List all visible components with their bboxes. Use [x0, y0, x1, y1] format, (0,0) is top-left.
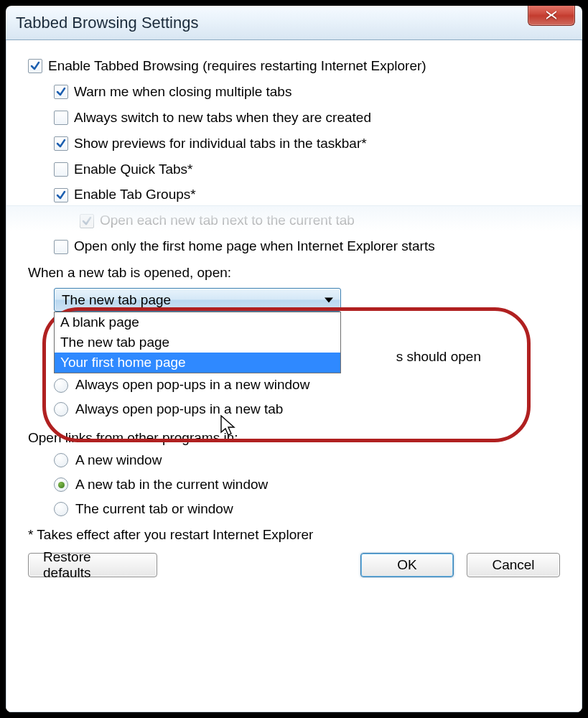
links-current-tab-radio[interactable]: [54, 502, 68, 516]
dropdown-option-homepage[interactable]: Your first home page: [55, 353, 340, 373]
restore-defaults-button[interactable]: Restore defaults: [28, 553, 157, 577]
show-previews-checkbox[interactable]: [54, 136, 68, 151]
warn-closing-label: Warn me when closing multiple tabs: [74, 85, 291, 100]
popup-new-window-row[interactable]: Always open pop-ups in a new window: [54, 378, 560, 393]
cancel-label: Cancel: [492, 557, 534, 573]
links-new-tab-row[interactable]: A new tab in the current window: [54, 477, 560, 493]
chevron-down-icon: [325, 297, 333, 302]
new-tab-dropdown-button[interactable]: The new tab page: [54, 288, 341, 312]
new-tab-section-label: When a new tab is opened, open:: [28, 265, 560, 281]
popup-section-label-partial: s should open: [396, 349, 481, 365]
links-current-tab-label: The current tab or window: [75, 502, 233, 517]
quick-tabs-checkbox[interactable]: [54, 162, 68, 177]
links-new-tab-label: A new tab in the current window: [75, 477, 268, 493]
title-bar: Tabbed Browsing Settings: [6, 6, 582, 40]
enable-tabbed-browsing-row[interactable]: Enable Tabbed Browsing (requires restart…: [28, 59, 560, 74]
links-new-window-row[interactable]: A new window: [54, 453, 560, 468]
check-icon: [56, 190, 66, 200]
cancel-button[interactable]: Cancel: [467, 553, 560, 577]
check-icon: [56, 139, 66, 149]
popup-new-tab-row[interactable]: Always open pop-ups in a new tab: [54, 402, 560, 417]
warn-closing-row[interactable]: Warn me when closing multiple tabs: [54, 85, 560, 100]
close-button[interactable]: [528, 6, 575, 26]
popup-new-tab-radio[interactable]: [54, 402, 68, 416]
dropdown-option-newtab[interactable]: The new tab page: [55, 332, 340, 353]
switch-new-tabs-row[interactable]: Always switch to new tabs when they are …: [54, 111, 560, 126]
close-icon: [545, 10, 558, 20]
enable-tabbed-browsing-checkbox[interactable]: [28, 59, 42, 73]
show-previews-label: Show previews for individual tabs in the…: [74, 136, 367, 151]
links-section-label: Open links from other programs in:: [28, 430, 560, 446]
links-new-window-label: A new window: [75, 453, 162, 468]
popup-new-window-radio[interactable]: [54, 378, 68, 393]
switch-new-tabs-checkbox[interactable]: [54, 111, 68, 125]
open-first-homepage-label: Open only the first home page when Inter…: [74, 239, 435, 254]
warn-closing-checkbox[interactable]: [54, 85, 68, 99]
new-tab-dropdown-value: The new tab page: [62, 292, 171, 308]
new-tab-dropdown[interactable]: The new tab page A blank page The new ta…: [54, 288, 341, 312]
open-next-to-current-checkbox: [80, 214, 94, 228]
popup-new-tab-label: Always open pop-ups in a new tab: [75, 402, 283, 417]
enable-tabbed-browsing-label: Enable Tabbed Browsing (requires restart…: [48, 59, 426, 74]
tab-groups-row[interactable]: Enable Tab Groups*: [54, 187, 560, 202]
new-tab-dropdown-list: A blank page The new tab page Your first…: [54, 312, 341, 373]
open-first-homepage-checkbox[interactable]: [54, 240, 68, 254]
window-title: Tabbed Browsing Settings: [16, 14, 198, 32]
restore-defaults-label: Restore defaults: [43, 549, 142, 581]
open-next-to-current-row: Open each new tab next to the current ta…: [80, 213, 560, 228]
open-first-homepage-row[interactable]: Open only the first home page when Inter…: [54, 239, 560, 254]
show-previews-row[interactable]: Show previews for individual tabs in the…: [54, 136, 560, 151]
tab-groups-label: Enable Tab Groups*: [74, 187, 196, 202]
check-icon: [82, 216, 92, 226]
button-row: Restore defaults OK Cancel: [28, 553, 560, 577]
switch-new-tabs-label: Always switch to new tabs when they are …: [74, 111, 371, 126]
dialog-window: Tabbed Browsing Settings Enable Tabbed B…: [6, 6, 582, 712]
quick-tabs-row[interactable]: Enable Quick Tabs*: [54, 162, 560, 177]
ok-button[interactable]: OK: [360, 553, 454, 577]
open-next-to-current-label: Open each new tab next to the current ta…: [100, 213, 355, 228]
links-current-tab-row[interactable]: The current tab or window: [54, 502, 560, 517]
restart-footnote: * Takes effect after you restart Interne…: [28, 527, 560, 543]
links-new-tab-radio[interactable]: [54, 477, 68, 492]
dialog-body: Enable Tabbed Browsing (requires restart…: [6, 40, 582, 712]
tab-groups-checkbox[interactable]: [54, 188, 68, 202]
dropdown-option-blank[interactable]: A blank page: [55, 312, 340, 332]
links-new-window-radio[interactable]: [54, 453, 68, 467]
check-icon: [56, 87, 66, 97]
quick-tabs-label: Enable Quick Tabs*: [74, 162, 192, 177]
ok-label: OK: [397, 557, 416, 573]
check-icon: [30, 61, 40, 71]
popup-new-window-label: Always open pop-ups in a new window: [75, 378, 309, 393]
